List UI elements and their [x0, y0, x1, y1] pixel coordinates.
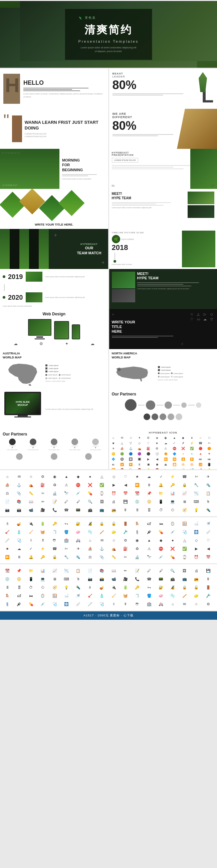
icon-cell-full: 💉 [168, 528, 177, 536]
icon-cell-full: ☎ [62, 506, 71, 514]
icon-cell-full: 📋 [204, 490, 213, 497]
icon-cell-full: 📠 [168, 575, 177, 583]
icon-cell-full: 🩼 [3, 537, 12, 544]
na-legend-4: Lorem ipsum [171, 376, 183, 378]
slide-icons-full-1: ⌂✉☆⚙◉▲◆●△◇♡★☁✓⚡☎✄✈⛵⚓⛺⛽♻⚠⛔❌✅▶◀⏩⏸🔔🔑🔒🔧🔩⚖📎📏✂… [0, 470, 217, 516]
partners2-grid: Lorem ipsum dolor Lorem ipsum dolor Lore… [3, 438, 105, 451]
icon-cell-full: 🛏 [156, 520, 165, 527]
year-2019: 2019 [8, 273, 23, 281]
icon-cell-full: 🧹 [26, 528, 36, 536]
diamond-4 [59, 190, 85, 216]
icon-cell: ✗ [181, 441, 186, 445]
meet-dark-img-2 [112, 289, 135, 302]
icon-cell-full: 🔋 [121, 584, 130, 591]
icon-cell: 🔼 [120, 462, 125, 467]
icon-cell: ▲ [172, 435, 177, 440]
line-1 [112, 165, 194, 166]
year-text-2019: Lorem ipsum dolor sit amet consectetur a… [45, 276, 105, 278]
icon-cell: 📶 [198, 462, 203, 467]
hb-number-03: 03 [211, 184, 214, 187]
meet-right-images [188, 191, 214, 226]
morning-title: MORNING FOR BEGINNING [62, 158, 105, 172]
slides-row-2: " WANNA LEARN FRiST JUST START DOING LOR… [0, 109, 217, 149]
icon-cell-full: 📺 [97, 506, 106, 514]
icon-3: ▷ [202, 312, 208, 316]
icon-cell-full: 🛁 [192, 520, 201, 527]
icon-cell: ⏏ [163, 462, 168, 467]
line-3 [137, 286, 191, 286]
icon-cell-full: ⛵ [3, 481, 12, 489]
b-circle-3 [85, 453, 92, 460]
icon-cell-full: 🔦 [204, 506, 213, 514]
icon-cell-full: ⚡ [38, 545, 48, 552]
icon-cell-full: 🛁 [62, 592, 71, 599]
icon-cell: ▽ [128, 441, 133, 445]
meet-img-2 [188, 205, 214, 218]
slides-row-8: AUSTRALIA WORLD MAP Lorem ipsum Lorem ip… [0, 349, 217, 389]
icon-cell: 📳 [207, 462, 212, 467]
green-bar-3 [39, 229, 49, 269]
na-info-label-1: Lorem ipsum [161, 366, 171, 368]
icon-cell-full: 💿 [3, 575, 12, 583]
device-tablet [54, 321, 69, 339]
slide-australia-map: AUSTRALIA WORLD MAP Lorem ipsum Lorem ip… [0, 349, 108, 389]
icon-cell: ⏬ [190, 457, 194, 462]
legend-3: Lorem ipsum [45, 377, 57, 379]
icon-cell-full: ♡ [204, 537, 213, 544]
icon-cell-full: 🩹 [204, 528, 213, 536]
icon-cell-full: ✉ [14, 473, 24, 480]
partner-item-4: Lorem ipsum dolor [65, 438, 85, 451]
icon-cell-full: ⛵ [86, 545, 95, 552]
icon-cell: ■ [111, 441, 116, 445]
leader-label: LEADER [113, 75, 214, 78]
slides-row-7: Web Design ☁ ⚙ ✦ ☁ + WRITE YOUR TITLE [0, 309, 217, 349]
icon-cell-full: 🖼 [97, 498, 106, 505]
icon-cell-full: 🪑 [132, 520, 142, 527]
icon-cell-full: 🎙 [121, 506, 130, 514]
partner-connector-4 [188, 405, 195, 405]
icon-cell-full: 📎 [14, 490, 24, 497]
icon-cell-full: 🗝 [62, 520, 71, 527]
icon-cell-full: ⏲ [38, 584, 48, 591]
icon-cell-full: 📌 [14, 567, 24, 574]
monitor-screen-2: HYPE SLIDE MOCKUP [6, 393, 40, 414]
icon-cell-full: ◀ [121, 481, 130, 489]
bottom-bar: A1517 · 1500元 素图标 · 心下载 [0, 611, 217, 620]
icon-cell-full: 🖱 [204, 498, 213, 505]
monitor-base-2 [14, 416, 31, 417]
info-label-3: Lorem ipsum [49, 370, 58, 372]
na-legend-dot-3 [158, 376, 160, 377]
line-1 [112, 202, 171, 203]
icon-cell: 🔈 [163, 468, 168, 469]
p-line-3 [51, 446, 57, 446]
icon-cell-full: ⚙ [38, 473, 48, 480]
icon-cell-full: ⌂ [3, 473, 12, 480]
web-icon-3: ✦ [65, 341, 68, 346]
icon-cell: 📢 [190, 468, 194, 469]
icon-cell: ♻ [155, 446, 159, 451]
icon-cell-full: 🕯 [3, 520, 12, 527]
phone-screen [72, 324, 80, 339]
icon-cell-full: 🔧 [192, 481, 201, 489]
australia-legend-2: Lorem ipsum Lorem ipsum [45, 377, 105, 379]
icon-cell-full: ☆ [109, 537, 119, 544]
icon-cell-full: 🔍 [168, 567, 177, 574]
hello-heading: HELLO [23, 80, 105, 87]
slide-hypebeast-presentation: HYPEBEAST PRESENTATION LOREM IPSUM DOLOR… [109, 149, 217, 189]
icon-cell-full: 🫧 [86, 528, 95, 536]
icon-cell-full: 📊 [168, 490, 177, 497]
na-legend-3: Lorem ipsum [158, 376, 170, 378]
icon-cell-full: 📱 [26, 575, 36, 583]
icon-cell-full: 🩼 [86, 600, 95, 608]
icon-cell-full: 🔌 [26, 520, 36, 527]
icon-cell-full: ★ [3, 545, 12, 552]
hello-small-text: Lorem ipsum dolor sit amet, consectetur … [23, 92, 105, 98]
year-bullet-2020 [3, 296, 5, 299]
line-2 [62, 176, 88, 176]
icon-cell-full: 💊 [168, 553, 177, 561]
icon-cell-full: 🧻 [50, 528, 59, 536]
icon-cell-full: ⏩ [3, 553, 12, 561]
line-1 [23, 88, 89, 88]
diamonds-container [0, 192, 108, 219]
icon-cell: 🔘 [120, 457, 125, 462]
